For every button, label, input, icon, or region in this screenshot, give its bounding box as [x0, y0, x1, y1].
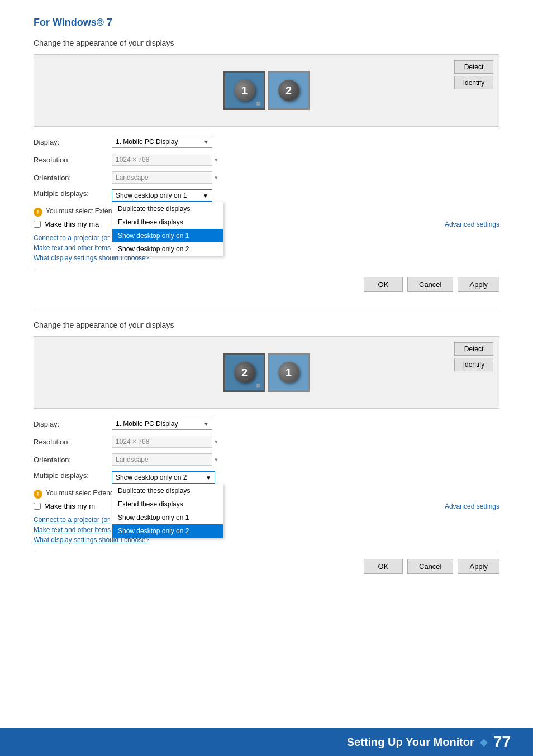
text-size-link-2[interactable]: Make text and other items larger or smal…: [34, 526, 499, 534]
identify-button-2[interactable]: Identify: [454, 358, 493, 371]
cancel-button-1[interactable]: Cancel: [407, 277, 453, 292]
make-main-label-2: Make this my m: [44, 502, 95, 510]
monitor-1-right: 1: [268, 353, 310, 392]
display-label-2: Display:: [34, 420, 112, 428]
warning-row-2: ! You must selec Extend these displays o…: [34, 489, 499, 499]
multiple-displays-dropdown-wrapper-1: Show desktop only on 1 ▼ Duplicate these…: [112, 189, 212, 202]
monitor-icons-1: 1 ▦ 2: [223, 71, 310, 110]
resolution-row-1: Resolution: 1024 × 768 ▾: [34, 154, 499, 166]
multiple-displays-label-2: Multiple displays:: [34, 471, 112, 480]
multiple-displays-label-1: Multiple displays:: [34, 189, 112, 198]
display-panel-1: 1 ▦ 2 Detect Identify: [34, 54, 499, 127]
projector-link-2[interactable]: Connect to a projector (or press the ⊞ k…: [34, 516, 499, 524]
orientation-label-2: Orientation:: [34, 456, 112, 464]
footer-page-number: 77: [493, 733, 511, 751]
menu-item-extend-2[interactable]: Extend these displays: [112, 497, 223, 511]
apply-button-2[interactable]: Apply: [458, 559, 499, 574]
resolution-value-1: 1024 × 768: [112, 154, 212, 166]
section1-subtitle: Change the appearance of your displays: [34, 39, 499, 47]
detect-identify-group-2: Detect Identify: [454, 342, 493, 371]
bottom-buttons-1: OK Cancel Apply: [34, 271, 499, 298]
display-label-1: Display:: [34, 138, 112, 146]
resolution-arrow-2: ▾: [215, 438, 218, 446]
make-main-checkbox-1[interactable]: [34, 221, 41, 228]
section1: Change the appearance of your displays 1…: [34, 39, 499, 262]
footer-bar: Setting Up Your Monitor ◆ 77: [0, 728, 533, 756]
advanced-settings-link-2[interactable]: Advanced settings: [445, 503, 499, 510]
multiple-displays-selected-2[interactable]: Show desktop only on 2 ▼: [112, 471, 215, 484]
monitor-2: 2: [268, 71, 310, 110]
menu-item-extend-1[interactable]: Extend these displays: [112, 216, 223, 229]
projector-link-1[interactable]: Connect to a projector (or press the ⊞ k…: [34, 234, 499, 242]
selected-arrow-1: ▼: [203, 193, 208, 199]
display-row-2: Display: 1. Mobile PC Display ▼: [34, 418, 499, 430]
monitor-number-1b: 1: [278, 362, 299, 383]
apply-button-1[interactable]: Apply: [458, 277, 499, 292]
page-title: For Windows® 7: [34, 17, 499, 28]
make-main-label-1: Make this my ma: [44, 220, 99, 228]
multiple-displays-selected-1[interactable]: Show desktop only on 1 ▼: [112, 189, 212, 202]
menu-item-show1-2[interactable]: Show desktop only on 1: [112, 511, 223, 524]
display-dropdown-2[interactable]: 1. Mobile PC Display ▼: [112, 418, 212, 430]
detect-button-1[interactable]: Detect: [454, 60, 493, 74]
monitor-number-2a: 2: [234, 362, 255, 383]
links-section-1: Connect to a projector (or press the ⊞ k…: [34, 234, 499, 262]
selected-text-1: Show desktop only on 1: [116, 192, 187, 199]
monitor-icons-2: 2 ▦ 1: [223, 353, 310, 392]
display-row-1: Display: 1. Mobile PC Display ▼: [34, 136, 499, 148]
display-settings-link-2[interactable]: What display settings should I choose?: [34, 536, 499, 544]
ok-button-1[interactable]: OK: [364, 277, 403, 292]
orientation-row-2: Orientation: Landscape ▾: [34, 453, 499, 466]
menu-item-show2-1[interactable]: Show desktop only on 2: [112, 242, 223, 256]
cancel-button-2[interactable]: Cancel: [407, 559, 453, 574]
resolution-row-2: Resolution: 1024 × 768 ▾: [34, 436, 499, 448]
section2: Change the appearance of your displays 2…: [34, 320, 499, 544]
menu-item-show1-1[interactable]: Show desktop only on 1: [112, 229, 223, 242]
dropdown-menu-1: Duplicate these displays Extend these di…: [112, 202, 223, 256]
resolution-label-1: Resolution:: [34, 156, 112, 164]
orientation-arrow-1: ▾: [215, 174, 218, 181]
warning-icon-2: !: [34, 490, 42, 499]
warning-icon-1: !: [34, 208, 42, 217]
ok-button-2[interactable]: OK: [364, 559, 403, 574]
menu-item-show2-2[interactable]: Show desktop only on 2: [112, 524, 223, 538]
resolution-label-2: Resolution:: [34, 438, 112, 446]
identify-button-1[interactable]: Identify: [454, 76, 493, 89]
orientation-label-1: Orientation:: [34, 174, 112, 182]
section2-subtitle: Change the appearance of your displays: [34, 320, 499, 329]
selected-text-2: Show desktop only on 2: [116, 473, 187, 481]
menu-item-duplicate-1[interactable]: Duplicate these displays: [112, 202, 223, 216]
text-size-link-1[interactable]: Make text and other items larger or smal…: [34, 244, 499, 252]
links-section-2: Connect to a projector (or press the ⊞ k…: [34, 516, 499, 544]
menu-item-duplicate-2[interactable]: Duplicate these displays: [112, 484, 223, 497]
selected-arrow-2: ▼: [206, 475, 211, 481]
display-select-2[interactable]: 1. Mobile PC Display: [112, 418, 212, 430]
multiple-displays-row-2: Multiple displays: Show desktop only on …: [34, 471, 499, 484]
make-main-row-2: Make this my m Advanced settings: [34, 502, 499, 510]
dropdown-menu-2: Duplicate these displays Extend these di…: [112, 484, 223, 538]
multiple-displays-row-1: Multiple displays: Show desktop only on …: [34, 189, 499, 202]
display-settings-link-1[interactable]: What display settings should I choose?: [34, 254, 499, 262]
orientation-value-2: Landscape: [112, 453, 212, 466]
detect-button-2[interactable]: Detect: [454, 342, 493, 356]
monitor-number-1: 1: [234, 80, 255, 101]
orientation-row-1: Orientation: Landscape ▾: [34, 171, 499, 184]
monitor-1: 1 ▦: [223, 71, 265, 110]
orientation-value-1: Landscape: [112, 171, 212, 184]
display-dropdown-1[interactable]: 1. Mobile PC Display ▼: [112, 136, 212, 148]
make-main-checkbox-2[interactable]: [34, 503, 41, 510]
bottom-buttons-2: OK Cancel Apply: [34, 553, 499, 580]
multiple-displays-dropdown-wrapper-2: Show desktop only on 2 ▼ Duplicate these…: [112, 471, 215, 484]
display-select-1[interactable]: 1. Mobile PC Display: [112, 136, 212, 148]
monitor-2-left: 2 ▦: [223, 353, 265, 392]
make-main-row-1: Make this my ma Advanced settings: [34, 220, 499, 228]
footer-diamond-icon: ◆: [480, 736, 488, 748]
monitor-number-2: 2: [278, 80, 299, 101]
advanced-settings-link-1[interactable]: Advanced settings: [445, 221, 499, 228]
section-divider: [34, 309, 499, 309]
resolution-arrow-1: ▾: [215, 156, 218, 164]
display-panel-2: 2 ▦ 1 Detect Identify: [34, 336, 499, 409]
warning-row-1: ! You must select Extend these displays …: [34, 207, 499, 217]
resolution-value-2: 1024 × 768: [112, 436, 212, 448]
detect-identify-group-1: Detect Identify: [454, 60, 493, 89]
